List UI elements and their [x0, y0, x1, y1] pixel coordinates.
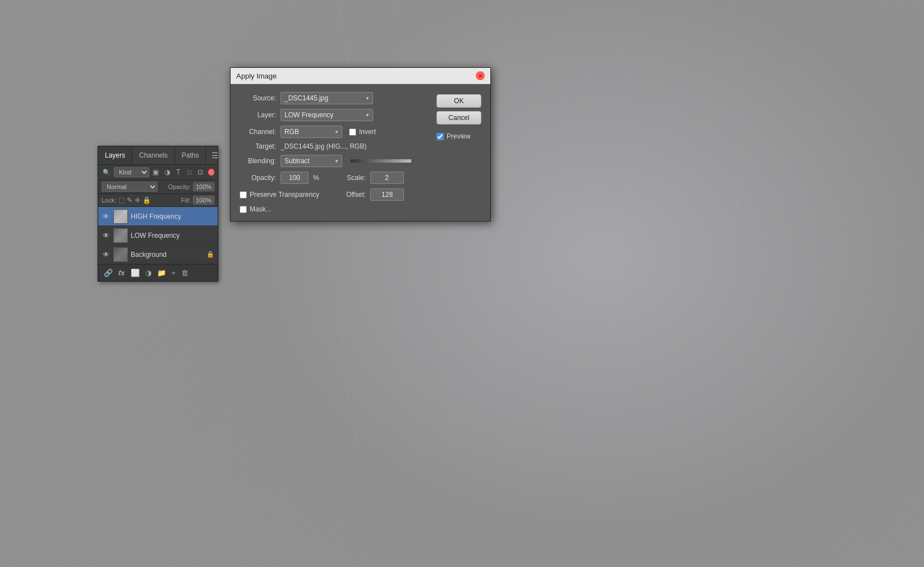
channel-row: Channel: RGB Invert [240, 126, 432, 138]
filter-active-indicator [208, 169, 214, 176]
layer-label: Layer: [240, 111, 276, 119]
smartobj-filter-icon[interactable]: ⊡ [196, 167, 205, 177]
layer-visibility-high[interactable]: 👁 [102, 212, 111, 221]
layer-select-wrapper: LOW Frequency [281, 109, 373, 121]
channel-select[interactable]: RGB [281, 126, 342, 138]
lock-pixels-icon[interactable]: ⬚ [118, 196, 125, 204]
source-row: Source: _DSC1445.jpg [240, 92, 432, 104]
shape-filter-icon[interactable]: □ [185, 167, 194, 177]
layer-item-low-frequency[interactable]: 👁 LOW Frequency [98, 226, 218, 245]
layer-visibility-background[interactable]: 👁 [102, 250, 111, 259]
lock-position-icon[interactable]: ✎ [127, 196, 132, 204]
ok-button[interactable]: OK [436, 94, 481, 108]
layer-thumb-low [113, 228, 128, 243]
filter-kind-select[interactable]: Kind [114, 167, 149, 177]
layer-visibility-low[interactable]: 👁 [102, 231, 111, 240]
lock-artboard-icon[interactable]: ✛ [135, 196, 140, 204]
mask-row: Mask... [240, 205, 432, 213]
layer-name-high: HIGH Frequency [131, 213, 214, 220]
adjustment-filter-icon[interactable]: ◑ [163, 167, 172, 177]
delete-layer-icon[interactable]: 🗑 [180, 268, 190, 278]
preview-checkbox[interactable] [436, 133, 444, 140]
channel-select-wrapper: RGB [281, 126, 342, 138]
apply-image-dialog: Apply Image ✕ Source: _DSC1445.jpg Layer… [230, 67, 491, 222]
scale-label: Scale: [341, 174, 366, 182]
dialog-buttons: OK Cancel Preview [436, 92, 481, 213]
background-lock-icon: 🔒 [206, 251, 214, 258]
source-label: Source: [240, 94, 276, 102]
panel-bottom-toolbar: 🔗 fx ⬜ ◑ 📁 + 🗑 [98, 264, 218, 281]
preserve-transparency-checkbox[interactable] [240, 191, 247, 199]
lock-row: Lock: ⬚ ✎ ✛ 🔒 Fill: [98, 194, 218, 207]
layer-name-background: Background [131, 251, 204, 259]
opacity-field[interactable] [281, 172, 309, 184]
lock-all-icon[interactable]: 🔒 [142, 196, 151, 204]
dialog-close-button[interactable]: ✕ [476, 71, 485, 80]
offset-label: Offset: [341, 191, 366, 199]
blending-select[interactable]: Subtract [281, 155, 342, 167]
opacity-input[interactable] [193, 182, 214, 191]
invert-checkbox[interactable] [349, 128, 356, 136]
opacity-unit: % [313, 174, 319, 182]
source-select-wrapper: _DSC1445.jpg [281, 92, 373, 104]
tab-layers[interactable]: Layers [98, 147, 132, 164]
blending-label: Blending: [240, 157, 276, 165]
panel-tabs: Layers Channels Paths ☰ [98, 146, 218, 165]
fill-label: Fill: [181, 197, 191, 204]
cancel-button[interactable]: Cancel [436, 111, 481, 125]
layers-list: 👁 HIGH Frequency 👁 LOW Frequency 👁 Backg… [98, 207, 218, 264]
blend-opacity-row: Normal Opacity: [98, 180, 218, 194]
mask-label[interactable]: Mask... [240, 205, 272, 213]
search-icon[interactable]: 🔍 [102, 168, 112, 177]
dialog-title: Apply Image [236, 72, 277, 80]
preserve-transparency-row: Preserve Transparency Offset: [240, 188, 432, 201]
new-layer-icon[interactable]: + [171, 268, 177, 278]
lock-label: Lock: [102, 197, 116, 204]
layer-filter-toolbar: 🔍 Kind ▣ ◑ T □ ⊡ [98, 165, 218, 180]
source-select[interactable]: _DSC1445.jpg [281, 92, 373, 104]
invert-label: Invert [359, 128, 376, 136]
tab-channels[interactable]: Channels [132, 147, 175, 164]
layer-row: Layer: LOW Frequency [240, 109, 432, 121]
preserve-transparency-text: Preserve Transparency [250, 191, 319, 199]
scale-input[interactable] [370, 172, 404, 184]
preview-row: Preview [436, 132, 481, 140]
pixel-filter-icon[interactable]: ▣ [151, 167, 160, 177]
layer-item-high-frequency[interactable]: 👁 HIGH Frequency [98, 207, 218, 226]
panel-menu-icon[interactable]: ☰ [206, 146, 224, 164]
dialog-titlebar: Apply Image ✕ [231, 68, 490, 84]
target-label: Target: [240, 142, 276, 150]
dialog-opacity-label: Opacity: [240, 174, 276, 182]
fill-input[interactable] [193, 196, 214, 205]
preserve-transparency-label[interactable]: Preserve Transparency [240, 191, 319, 199]
layer-mask-icon[interactable]: ⬜ [130, 268, 141, 278]
blending-select-wrapper: Subtract [281, 155, 342, 167]
svg-point-1 [463, 229, 491, 242]
channel-label: Channel: [240, 128, 276, 136]
link-layers-icon[interactable]: 🔗 [103, 268, 114, 278]
layer-thumb-background [113, 247, 128, 262]
target-value: _DSC1445.jpg (HIG..., RGB) [281, 142, 366, 150]
opacity-label: Opacity: [168, 183, 191, 190]
blend-gradient-bar [350, 159, 412, 163]
blending-row: Blending: Subtract [240, 155, 432, 167]
group-layer-icon[interactable]: 📁 [156, 268, 167, 278]
target-row: Target: _DSC1445.jpg (HIG..., RGB) [240, 142, 432, 150]
mask-checkbox[interactable] [240, 206, 247, 213]
layer-name-low: LOW Frequency [131, 232, 214, 239]
layer-item-background[interactable]: 👁 Background 🔒 [98, 245, 218, 264]
layer-thumb-high [113, 209, 128, 224]
opacity-row: Opacity: % Scale: [240, 172, 432, 184]
preview-label: Preview [447, 132, 471, 140]
tab-paths[interactable]: Paths [175, 147, 206, 164]
mask-text: Mask... [250, 205, 272, 213]
blend-mode-select[interactable]: Normal [102, 182, 158, 192]
dialog-body: Source: _DSC1445.jpg Layer: LOW Frequenc… [231, 84, 490, 221]
fx-icon[interactable]: fx [117, 268, 126, 278]
invert-row: Invert [349, 128, 376, 136]
adjustment-layer-icon[interactable]: ◑ [144, 268, 153, 278]
layer-select[interactable]: LOW Frequency [281, 109, 373, 121]
layers-panel: Layers Channels Paths ☰ 🔍 Kind ▣ ◑ T □ ⊡… [98, 146, 218, 282]
type-filter-icon[interactable]: T [174, 167, 183, 177]
offset-input[interactable] [370, 188, 404, 201]
